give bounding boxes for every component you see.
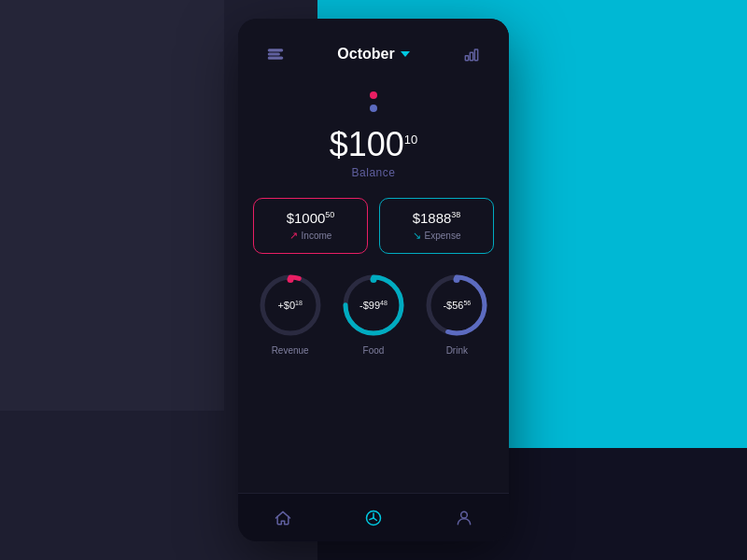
income-card[interactable]: $100050 ↗ Income xyxy=(253,198,368,254)
dot-blue xyxy=(370,105,377,112)
circle-value-revenue: +$018 xyxy=(277,300,302,312)
circles-row: +$018 Revenue -$9948 Food -$5656 xyxy=(253,273,494,356)
income-label: Income xyxy=(302,231,332,241)
expense-card[interactable]: $188838 ↘ Expense xyxy=(379,198,494,254)
income-cents: 50 xyxy=(325,210,334,219)
stats-icon[interactable] xyxy=(453,35,490,73)
balance-cents: 10 xyxy=(404,133,417,147)
balance-label: Balance xyxy=(330,166,418,179)
circle-ring-revenue: +$018 xyxy=(258,273,323,338)
svg-rect-2 xyxy=(269,57,283,59)
circle-revenue[interactable]: +$018 Revenue xyxy=(258,273,323,356)
income-amount: $100050 xyxy=(287,210,335,226)
svg-rect-5 xyxy=(474,49,477,61)
svg-rect-4 xyxy=(470,52,472,60)
circle-dot-revenue xyxy=(287,276,293,283)
income-arrow-icon: ↗ xyxy=(289,230,298,242)
circle-label-food: Food xyxy=(363,345,385,356)
nav-profile[interactable] xyxy=(445,499,483,537)
circle-drink[interactable]: -$5656 Drink xyxy=(424,273,489,356)
expense-bottom: ↘ Expense xyxy=(413,230,461,242)
circle-dot-drink xyxy=(454,276,460,283)
nav-chart[interactable] xyxy=(355,499,392,537)
dot-red xyxy=(370,91,377,99)
expense-amount: $188838 xyxy=(413,210,461,226)
circle-dot-food xyxy=(370,276,376,283)
dots-indicator xyxy=(370,91,377,112)
circle-food[interactable]: -$9948 Food xyxy=(341,273,406,356)
expense-arrow-icon: ↘ xyxy=(413,230,421,242)
background-left-inner xyxy=(0,0,224,411)
svg-rect-0 xyxy=(269,49,283,51)
expense-label: Expense xyxy=(425,231,461,241)
balance-section: $10010 Balance xyxy=(330,125,418,179)
balance-main: $100 xyxy=(330,125,404,163)
header: October xyxy=(238,19,509,82)
circle-value-drink: -$5656 xyxy=(443,300,471,312)
circle-value-food: -$9948 xyxy=(359,300,388,312)
balance-amount: $10010 xyxy=(330,125,418,164)
circle-label-drink: Drink xyxy=(446,345,468,356)
expense-value: $1888 xyxy=(413,210,452,226)
circle-ring-drink: -$5656 xyxy=(424,273,489,338)
income-bottom: ↗ Income xyxy=(289,230,332,242)
main-content: $10010 Balance $100050 ↗ Income $188838 xyxy=(238,82,509,493)
circle-ring-food: -$9948 xyxy=(341,273,406,338)
dropdown-arrow-icon xyxy=(401,51,410,57)
expense-cents: 38 xyxy=(451,210,460,219)
month-selector[interactable]: October xyxy=(337,46,409,63)
svg-rect-3 xyxy=(465,56,468,61)
phone-card: October $10010 Balance xyxy=(238,19,509,541)
cards-row: $100050 ↗ Income $188838 ↘ Expense xyxy=(253,198,494,254)
svg-point-13 xyxy=(460,511,467,518)
bottom-nav xyxy=(238,493,509,541)
income-value: $1000 xyxy=(287,210,326,226)
menu-icon[interactable] xyxy=(257,35,294,73)
nav-home[interactable] xyxy=(264,499,302,537)
svg-rect-1 xyxy=(269,53,280,55)
month-label: October xyxy=(337,46,394,63)
circle-label-revenue: Revenue xyxy=(272,345,309,356)
